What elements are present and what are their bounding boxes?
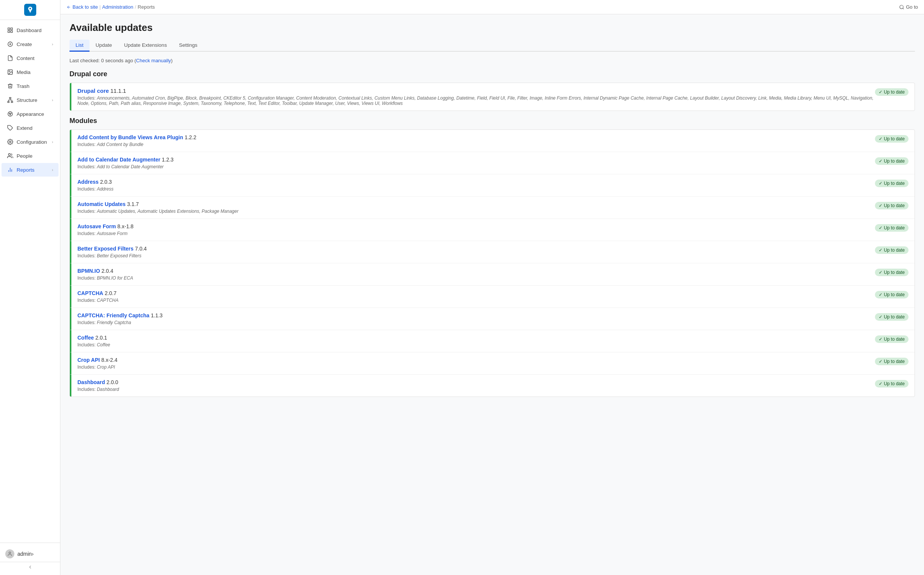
arrow-left-icon (67, 5, 71, 10)
drupal-core-includes: Includes: Announcements, Automated Cron,… (77, 95, 875, 106)
sidebar-user[interactable]: admin › (0, 546, 60, 562)
module-version: 3.1.7 (127, 201, 139, 207)
goto-button[interactable]: Go to (899, 4, 918, 10)
drupal-core-section-title: Drupal core (70, 70, 915, 78)
search-icon (899, 5, 904, 10)
module-item: Automatic Updates 3.1.7 Includes: Automa… (70, 197, 914, 219)
file-icon (7, 55, 14, 62)
module-name-link[interactable]: Crop API (77, 357, 100, 363)
status-badge: Up to date (875, 313, 908, 321)
module-item-name-row: Coffee 2.0.1 (77, 335, 869, 341)
module-includes: Includes: Automatic Updates, Automatic U… (77, 209, 869, 214)
svg-point-17 (9, 113, 10, 114)
module-item-info: Add Content by Bundle Views Area Plugin … (77, 134, 869, 147)
drupal-logo-icon (24, 4, 36, 16)
svg-rect-11 (11, 102, 13, 103)
module-name-link[interactable]: CAPTCHA: Friendly Captcha (77, 312, 150, 318)
sidebar-item-trash[interactable]: Trash (2, 79, 59, 93)
collapse-sidebar-button[interactable] (0, 562, 60, 572)
sidebar-item-dashboard[interactable]: Dashboard (2, 24, 59, 37)
module-item-name-row: Autosave Form 8.x-1.8 (77, 223, 869, 229)
module-version: 1.1.3 (151, 312, 162, 318)
sidebar-item-people[interactable]: People (2, 149, 59, 163)
tab-update[interactable]: Update (89, 40, 118, 52)
module-name-link[interactable]: CAPTCHA (77, 290, 103, 296)
module-item-info: Autosave Form 8.x-1.8 Includes: Autosave… (77, 223, 869, 236)
tab-list[interactable]: List (70, 40, 89, 52)
drupal-core-card-row: Drupal core 11.1.1 Includes: Announcemen… (77, 87, 908, 106)
module-name-link[interactable]: Autosave Form (77, 223, 116, 229)
module-name-link[interactable]: Add to Calendar Date Augmenter (77, 157, 161, 163)
drupal-core-card: Drupal core 11.1.1 Includes: Announcemen… (70, 83, 915, 111)
sidebar-footer: admin › (0, 543, 60, 575)
status-badge: Up to date (875, 202, 908, 210)
svg-point-8 (9, 71, 10, 72)
breadcrumb: Back to site | Administration / Reports (67, 4, 155, 10)
gear-icon (7, 138, 14, 145)
tab-settings[interactable]: Settings (173, 40, 204, 52)
module-item-name-row: Add Content by Bundle Views Area Plugin … (77, 134, 869, 140)
check-manually-link[interactable]: Check manually (136, 58, 171, 64)
module-item-info: Address 2.0.3 Includes: Address (77, 179, 869, 192)
module-name-link[interactable]: Automatic Updates (77, 201, 126, 207)
module-includes: Includes: Add to Calendar Date Augmenter (77, 164, 869, 169)
drupal-core-name: Drupal core (77, 87, 109, 94)
breadcrumb-administration-link[interactable]: Administration (102, 4, 133, 10)
sidebar-item-appearance[interactable]: Appearance (2, 107, 59, 121)
module-item-info: Automatic Updates 3.1.7 Includes: Automa… (77, 201, 869, 214)
module-includes: Includes: Better Exposed Filters (77, 253, 869, 259)
module-item: Address 2.0.3 Includes: Address Up to da… (70, 174, 914, 197)
status-badge: Up to date (875, 358, 908, 365)
modules-list: Add Content by Bundle Views Area Plugin … (70, 129, 915, 397)
module-item-status: Up to date (875, 357, 908, 365)
module-item: Add to Calendar Date Augmenter 1.2.3 Inc… (70, 152, 914, 174)
sidebar-item-structure[interactable]: Structure › (2, 93, 59, 107)
sidebar-item-media[interactable]: Media (2, 65, 59, 79)
module-name-link[interactable]: BPMN.IO (77, 268, 100, 274)
grid-icon (7, 27, 14, 33)
palette-icon (7, 111, 14, 118)
module-version: 7.0.4 (135, 246, 147, 252)
module-item-status: Up to date (875, 134, 908, 143)
sidebar-item-configuration[interactable]: Configuration › (2, 135, 59, 149)
sidebar-item-extend[interactable]: Extend (2, 121, 59, 135)
module-item-status: Up to date (875, 312, 908, 321)
module-version: 2.0.7 (105, 290, 116, 296)
drupal-core-card-header: Drupal core 11.1.1 Includes: Announcemen… (70, 83, 914, 111)
sidebar-item-label: Trash (17, 83, 29, 89)
module-item-info: CAPTCHA: Friendly Captcha 1.1.3 Includes… (77, 312, 869, 325)
module-item-status: Up to date (875, 268, 908, 276)
module-item-name-row: Automatic Updates 3.1.7 (77, 201, 869, 207)
sidebar: Dashboard Create › Content Media T (0, 0, 61, 575)
module-version: 8.x-2.4 (101, 357, 118, 363)
breadcrumb-separator: | (99, 4, 100, 10)
module-item-name-row: Better Exposed Filters 7.0.4 (77, 246, 869, 252)
sidebar-item-create[interactable]: Create › (2, 37, 59, 51)
module-item-status: Up to date (875, 179, 908, 187)
sidebar-item-label: People (17, 153, 32, 159)
module-item-status: Up to date (875, 379, 908, 388)
svg-rect-10 (8, 102, 9, 103)
sidebar-item-reports[interactable]: Reports › (2, 163, 59, 176)
back-to-site-link[interactable]: Back to site (67, 4, 98, 10)
module-item-status: Up to date (875, 223, 908, 232)
sidebar-item-content[interactable]: Content (2, 51, 59, 65)
module-item: Crop API 8.x-2.4 Includes: Crop API Up t… (70, 353, 914, 375)
tab-update-extensions[interactable]: Update Extensions (118, 40, 173, 52)
module-includes: Includes: Add Content by Bundle (77, 142, 869, 147)
module-item-name-row: Crop API 8.x-2.4 (77, 357, 869, 363)
module-item-status: Up to date (875, 246, 908, 254)
module-includes: Includes: Friendly Captcha (77, 320, 869, 325)
module-name-link[interactable]: Address (77, 179, 99, 185)
module-name-link[interactable]: Dashboard (77, 379, 105, 385)
svg-rect-3 (11, 30, 13, 32)
module-name-link[interactable]: Better Exposed Filters (77, 246, 134, 252)
content-area: Available updates List Update Update Ext… (61, 14, 924, 575)
module-name-link[interactable]: Add Content by Bundle Views Area Plugin (77, 134, 183, 140)
module-item-info: Better Exposed Filters 7.0.4 Includes: B… (77, 246, 869, 259)
drupal-core-name-row: Drupal core 11.1.1 (77, 87, 875, 94)
module-name-link[interactable]: Coffee (77, 335, 94, 341)
svg-point-28 (900, 5, 903, 8)
module-item-name-row: Dashboard 2.0.0 (77, 379, 869, 385)
svg-point-18 (11, 113, 11, 114)
